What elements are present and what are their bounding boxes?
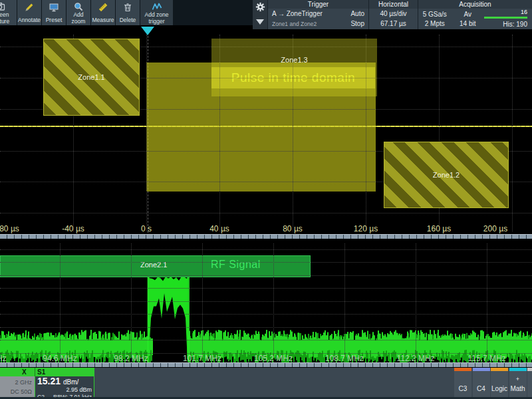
time-axis-label: -80 µs [0, 224, 19, 233]
toolbar-button-label: Add zoom [66, 12, 90, 25]
toolbar-button-annotate[interactable]: Annotate [17, 0, 41, 25]
gridline [0, 275, 532, 276]
spectrum-diagram: Zone2.1 RF Signal 91.1 MHz94.6 MHz98.2 M… [0, 243, 532, 368]
frequency-axis-label: 98.2 MHz [114, 354, 148, 363]
channel1-info-cell[interactable]: 2 GHz DC 50Ω [0, 376, 35, 399]
widget-header-divider [35, 368, 35, 376]
signal-tab-math[interactable]: +Math [509, 368, 527, 397]
acquisition-panel-title: Acquisition [418, 0, 532, 9]
toolbar-button-label: Annotate [18, 17, 41, 25]
gridline [0, 314, 532, 315]
spectrum-scrollbar[interactable] [0, 362, 532, 367]
gridline [131, 243, 132, 362]
gridline [512, 35, 513, 231]
gridline [273, 243, 274, 362]
trigger-panel-title: Trigger [268, 0, 368, 9]
camera-icon [0, 1, 5, 12]
sample-rate: 5 GSa/s [418, 11, 452, 18]
time-axis-label: 160 µs [427, 224, 451, 233]
signal-tab-c4[interactable]: C4 [473, 368, 490, 397]
frequency-axis-label: 115.7 MHz [467, 354, 505, 363]
signal-tab-c3[interactable]: C3 [454, 368, 471, 397]
spectrum-scale-unit: dBm/ [63, 378, 78, 386]
gridline [0, 288, 532, 289]
toolbar-button-add-zone-trigger[interactable]: Add zone trigger [140, 0, 173, 25]
time-axis-label: 120 µs [354, 224, 378, 233]
gridline [487, 243, 487, 362]
spectrum-scale-value: 15.21 [37, 376, 61, 386]
signal-tab-label: Math [509, 385, 527, 392]
toolbar-button-label: Screen capture [0, 12, 17, 25]
gridline [0, 249, 532, 250]
signal-tab-color-strip [491, 368, 508, 371]
channel1-bandwidth: 2 GHz [0, 378, 32, 388]
signal-tab-label: C3 [454, 385, 471, 392]
zone2-rectangle[interactable]: Zone2.1 RF Signal [0, 255, 311, 277]
gear-icon[interactable] [255, 2, 265, 15]
zone-rectangle-zone1-3[interactable]: Zone1.3 [211, 39, 377, 96]
horizontal-scale: 40 µs/div [380, 10, 406, 17]
average-progress-bar [484, 17, 527, 19]
acquisition-mode: Av [452, 11, 485, 18]
zone-rectangle-zone1-2[interactable]: Zone1.2 [384, 142, 509, 208]
gridline [0, 213, 532, 213]
horizontal-panel-title: Horizontal [369, 0, 418, 9]
pencil-icon [24, 1, 35, 13]
chevron-down-icon[interactable] [256, 19, 264, 25]
toolbar-button-label: Add zone trigger [140, 12, 173, 25]
time-axis-label: -40 µs [62, 224, 84, 233]
annotation-rf-signal-label: RF Signal [211, 259, 261, 271]
oscilloscope-screen: Screen captureAnnotatePresetAdd zoomMeas… [0, 0, 532, 399]
signal-tab-label: Logic [491, 385, 508, 392]
signal-tab-label: C4 [473, 385, 490, 392]
trigger-source: A → ZoneTrigger [272, 10, 323, 17]
signal-tab-logic[interactable]: Logic [491, 368, 508, 397]
frequency-axis-label: 101.7 MHz [183, 354, 221, 363]
zone-rectangle-zone1-1[interactable]: Zone1.1 [43, 39, 140, 116]
trigger-mode: Auto [350, 10, 364, 17]
toolbar-button-screen-capture[interactable]: Screen capture [0, 0, 17, 25]
zone-label: Zone1.2 [433, 171, 460, 179]
toolbar-button-delete[interactable]: Delete [116, 0, 140, 25]
spectrum-settings-cell[interactable]: 15.21 dBm/ 2.95 dBm C2 RBW: 7.01 kHz [35, 376, 94, 399]
magnifier-icon [73, 1, 84, 12]
gridline [202, 243, 203, 362]
signal-tab-partial[interactable] [527, 368, 532, 397]
gridline [344, 243, 345, 362]
frequency-axis-label: 105.2 MHz [254, 354, 293, 363]
toolbar-button-preset[interactable]: Preset [42, 0, 66, 25]
plus-icon: + [509, 376, 527, 382]
signal-tab-color-strip [527, 368, 532, 371]
toolbar-button-label: Preset [46, 17, 63, 25]
measure-icon [98, 1, 108, 13]
time-domain-diagram: Pulse in time domain Zone1.1Zone1.2Zone1… [0, 25, 532, 241]
trash-icon [122, 1, 133, 13]
toolbar-button-add-zoom[interactable]: Add zoom [66, 0, 90, 25]
close-icon[interactable]: X [22, 368, 27, 376]
signal-tab-color-strip [473, 368, 490, 371]
toolbar: Screen captureAnnotatePresetAdd zoomMeas… [0, 0, 253, 25]
frequency-axis-label: 91.1 MHz [0, 354, 7, 363]
gridline [0, 301, 532, 302]
average-count: 16 [484, 9, 527, 15]
signal-tab-color-strip [509, 368, 527, 371]
gridline [416, 243, 416, 362]
zone-label: Zone1.3 [281, 56, 307, 64]
horizontal-scrollbar[interactable] [0, 234, 532, 239]
gridline [60, 243, 61, 362]
gridline [0, 262, 532, 263]
toolbar-button-measure[interactable]: Measure [91, 0, 115, 25]
zone-label: Zone1.1 [78, 73, 104, 81]
monitor-icon [49, 1, 59, 13]
trigger-position-marker[interactable] [141, 27, 154, 35]
time-axis-label: 40 µs [209, 224, 229, 233]
channel1-coupling: DC 50Ω [0, 388, 32, 397]
toolbar-button-label: Measure [92, 17, 114, 25]
status-bar: X S1 2 GHz DC 50Ω 15.21 dBm/ 2.95 dBm C2… [0, 368, 532, 399]
time-axis-label: 200 µs [483, 224, 507, 233]
frequency-axis-label: 94.6 MHz [43, 354, 76, 363]
zone-wave-icon [152, 1, 162, 12]
frequency-axis-label: 108.7 MHz [325, 354, 364, 363]
toolbar-button-label: Delete [120, 17, 136, 25]
gridline [146, 35, 147, 231]
